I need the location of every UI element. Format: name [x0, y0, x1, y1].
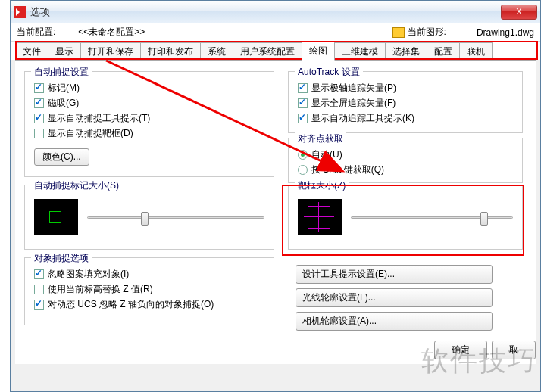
autotrack-items-item-1[interactable]: 显示全屏追踪矢量(F): [298, 97, 513, 110]
tab-6[interactable]: 绘图: [302, 42, 335, 61]
aperture-size-slider[interactable]: [351, 210, 513, 225]
objsnap-items-item-0[interactable]: 忽略图案填充对象(I): [34, 268, 264, 281]
autosnap-items-item-3[interactable]: 显示自动捕捉靶框(D): [34, 127, 264, 140]
checkbox-icon: [34, 300, 44, 310]
window-title: 选项: [30, 5, 501, 19]
group-autotrack: AutoTrack 设置 显示极轴追踪矢量(P)显示全屏追踪矢量(F)显示自动追…: [288, 71, 523, 133]
group-align: 对齐点获取 自动(U)按 Shift 键获取(Q): [288, 138, 523, 183]
align-items-item-0[interactable]: 自动(U): [298, 148, 513, 161]
profile-row: 当前配置: <<未命名配置>> 当前图形: Drawing1.dwg: [11, 23, 540, 42]
item-label: 显示自动捕捉靶框(D): [48, 127, 133, 140]
radio-icon: [298, 165, 308, 175]
objsnap-items-item-1[interactable]: 使用当前标高替换 Z 值(R): [34, 283, 264, 296]
item-label: 使用当前标高替换 Z 值(R): [48, 283, 153, 296]
item-label: 显示全屏追踪矢量(F): [311, 97, 396, 110]
item-label: 磁吸(G): [48, 97, 79, 110]
item-label: 显示自动追踪工具提示(K): [311, 112, 414, 125]
titlebar: 选项 X: [11, 1, 540, 23]
group-title: 自动捕捉标记大小(S): [31, 179, 122, 192]
group-title: 自动捕捉设置: [31, 66, 92, 79]
ok-button[interactable]: 确定: [434, 341, 487, 359]
item-label: 标记(M): [48, 82, 80, 95]
options-dialog: 选项 X 当前配置: <<未命名配置>> 当前图形: Drawing1.dwg …: [10, 0, 541, 392]
drawing-label: 当前图形:: [408, 26, 446, 39]
aperture-preview: [298, 199, 342, 235]
autosnap-items-item-2[interactable]: 显示自动捕捉工具提示(T): [34, 112, 264, 125]
drawing-value: Drawing1.dwg: [477, 27, 534, 38]
item-label: 按 Shift 键获取(Q): [311, 163, 384, 176]
light-glyph-button[interactable]: 光线轮廓设置(L)...: [296, 288, 493, 307]
item-label: 自动(U): [311, 148, 342, 161]
tab-7[interactable]: 三维建模: [334, 42, 386, 61]
tab-1[interactable]: 显示: [48, 42, 81, 61]
checkbox-icon: [34, 269, 44, 279]
marker-preview: [34, 199, 78, 235]
tab-5[interactable]: 用户系统配置: [233, 42, 302, 61]
group-objsnap: 对象捕捉选项 忽略图案填充对象(I)使用当前标高替换 Z 值(R)对动态 UCS…: [24, 257, 274, 325]
checkbox-icon: [34, 129, 44, 138]
group-title: 靶框大小(Z): [295, 179, 349, 192]
right-button-stack: 设计工具提示设置(E)... 光线轮廓设置(L)... 相机轮廓设置(A)...: [296, 260, 493, 335]
checkbox-icon: [298, 98, 308, 108]
tab-8[interactable]: 选择集: [385, 42, 427, 61]
design-tooltip-button[interactable]: 设计工具提示设置(E)...: [296, 265, 493, 284]
objsnap-items-item-2[interactable]: 对动态 UCS 忽略 Z 轴负向的对象捕捉(O): [34, 298, 264, 311]
checkbox-icon: [34, 83, 44, 93]
checkbox-icon: [34, 114, 44, 123]
autosnap-items-item-1[interactable]: 磁吸(G): [34, 97, 264, 110]
group-title: 对齐点获取: [295, 132, 346, 145]
item-label: 显示自动捕捉工具提示(T): [48, 112, 150, 125]
autotrack-items-item-2[interactable]: 显示自动追踪工具提示(K): [298, 112, 513, 125]
checkbox-icon: [298, 114, 308, 123]
group-marker-size: 自动捕捉标记大小(S): [24, 185, 274, 250]
tab-9[interactable]: 配置: [427, 42, 460, 61]
dialog-footer: 确定 取: [434, 341, 536, 359]
cancel-button[interactable]: 取: [492, 341, 536, 359]
tab-bar: 文件显示打开和保存打印和发布系统用户系统配置绘图三维建模选择集配置联机: [11, 42, 540, 60]
profile-value: <<未命名配置>>: [78, 26, 145, 39]
group-title: 对象捕捉选项: [31, 252, 92, 265]
checkbox-icon: [34, 285, 44, 294]
app-icon: [14, 6, 26, 18]
checkbox-icon: [34, 98, 44, 108]
group-aperture-size: 靶框大小(Z): [288, 185, 523, 250]
autotrack-items-item-0[interactable]: 显示极轴追踪矢量(P): [298, 82, 513, 95]
tab-content: 自动捕捉设置 标记(M)磁吸(G)显示自动捕捉工具提示(T)显示自动捕捉靶框(D…: [15, 60, 536, 364]
autosnap-items-item-0[interactable]: 标记(M): [34, 82, 264, 95]
group-title: AutoTrack 设置: [295, 66, 363, 79]
item-label: 忽略图案填充对象(I): [48, 268, 129, 281]
align-items-item-1[interactable]: 按 Shift 键获取(Q): [298, 163, 513, 176]
close-button[interactable]: X: [501, 5, 537, 20]
profile-label: 当前配置:: [17, 26, 55, 39]
radio-icon: [298, 150, 308, 160]
item-label: 对动态 UCS 忽略 Z 轴负向的对象捕捉(O): [48, 298, 214, 311]
item-label: 显示极轴追踪矢量(P): [311, 82, 396, 95]
group-autosnap: 自动捕捉设置 标记(M)磁吸(G)显示自动捕捉工具提示(T)显示自动捕捉靶框(D…: [24, 71, 274, 177]
tab-2[interactable]: 打开和保存: [80, 42, 141, 61]
checkbox-icon: [298, 83, 308, 93]
tab-4[interactable]: 系统: [200, 42, 233, 61]
marker-size-slider[interactable]: [87, 210, 264, 225]
tab-10[interactable]: 联机: [459, 42, 493, 61]
tab-0[interactable]: 文件: [15, 42, 48, 61]
tab-3[interactable]: 打印和发布: [140, 42, 201, 61]
camera-glyph-button[interactable]: 相机轮廓设置(A)...: [296, 312, 493, 331]
color-button[interactable]: 颜色(C)...: [34, 148, 89, 166]
drawing-icon: [392, 27, 405, 38]
